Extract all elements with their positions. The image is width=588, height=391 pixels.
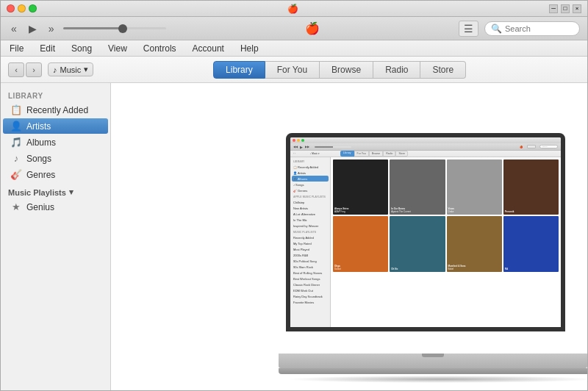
menu-account[interactable]: Account (190, 42, 227, 55)
win-minimize-btn[interactable]: ─ (549, 4, 558, 13)
macbook-screen: ◀◀ ▶ ▶▶ 🍎 Search ‹ › ♪ (286, 133, 565, 331)
window-controls (7, 4, 37, 12)
artists-label: Artists (26, 121, 51, 132)
menu-view[interactable]: View (105, 42, 130, 55)
fastforward-button[interactable]: » (46, 21, 57, 36)
forward-button[interactable]: › (26, 62, 42, 77)
macbook-base (279, 354, 587, 368)
macbook-screen-inner: ◀◀ ▶ ▶▶ 🍎 Search ‹ › ♪ (290, 137, 561, 327)
search-icon: 🔍 (491, 24, 502, 34)
list-view-icon[interactable]: ☰ (459, 21, 478, 37)
mb-songs: ♪ Songs (292, 182, 329, 187)
tab-store[interactable]: Store (420, 61, 466, 79)
songs-icon: ♪ (10, 153, 22, 164)
mb-mpl11: Rainy Day Soundtrack (292, 293, 329, 299)
mb-album-1: Always Strive A$AP Ferg (333, 159, 388, 215)
mb-album-8: RA (503, 216, 559, 271)
mb-mpl3: Most Played (292, 246, 329, 252)
mb-mpl1: Recently Added (292, 234, 329, 240)
mb-sidebar: Library 📋 Recently Added 👤 Artists 🎵 Alb… (290, 157, 331, 327)
content-area: ◀◀ ▶ ▶▶ 🍎 Search ‹ › ♪ (111, 83, 587, 390)
mb-albums: 🎵 Albums (292, 176, 329, 182)
win-close-btn[interactable]: × (573, 4, 581, 13)
back-button[interactable]: ‹ (8, 62, 24, 77)
mb-mpl10: EDM Work Out (292, 287, 329, 293)
rewind-button[interactable]: « (8, 21, 20, 36)
macbook-mockup: ◀◀ ▶ ▶▶ 🍎 Search ‹ › ♪ (279, 133, 587, 383)
mb-close-dot (293, 139, 295, 142)
mb-artists: 👤 Artists (292, 170, 329, 176)
menu-edit[interactable]: Edit (37, 42, 58, 55)
tab-radio[interactable]: Radio (373, 61, 420, 79)
mb-album-2: In Our Bones Against The Current (390, 159, 445, 215)
artists-icon: 👤 (10, 121, 22, 132)
mb-mpl2: My Top Rated (292, 240, 329, 246)
main-content: Library 📋 Recently Added 👤 Artists 🎵 Alb… (1, 83, 587, 390)
playlists-chevron-icon: ▾ (69, 187, 74, 197)
genres-icon: 🎸 (10, 169, 22, 180)
play-button[interactable]: ▶ (26, 21, 40, 36)
menubar: File Edit Song View Controls Account Hel… (1, 40, 587, 57)
menu-controls[interactable]: Controls (140, 42, 179, 55)
minimize-button[interactable] (18, 4, 26, 12)
recently-added-icon: 📋 (10, 104, 22, 115)
recently-added-label: Recently Added (26, 105, 88, 115)
sidebar-item-genius[interactable]: ★ Genius (3, 199, 108, 215)
close-button[interactable] (7, 4, 15, 12)
source-selector[interactable]: ♪ Music ▾ (48, 62, 93, 76)
macbook-foot (279, 368, 587, 374)
mb-titlebar (290, 137, 561, 143)
apple-logo-icon: 🍎 (287, 4, 298, 14)
mb-mpl9: Classic Rock Dinner (292, 281, 329, 287)
sidebar-item-genres[interactable]: 🎸 Genres (3, 167, 108, 182)
titlebar: 🍎 ─ □ × (1, 1, 587, 17)
playlists-section[interactable]: Music Playlists ▾ (1, 183, 110, 198)
macbook-notch (422, 354, 444, 357)
sidebar-item-recently-added[interactable]: 📋 Recently Added (3, 102, 108, 118)
mb-pl2: New Artists (292, 205, 329, 211)
genius-label: Genius (26, 202, 54, 212)
menu-song[interactable]: Song (68, 42, 95, 55)
genres-label: Genres (26, 170, 55, 180)
mb-content: Always Strive A$AP Ferg In Our Bones Aga… (331, 157, 561, 327)
progress-slider[interactable] (63, 27, 166, 29)
mb-mpl12: Favorite Movies (292, 299, 329, 305)
mb-recently-added: 📋 Recently Added (292, 164, 329, 170)
tab-library[interactable]: Library (213, 61, 265, 79)
music-note-icon: ♪ (53, 65, 57, 74)
search-input[interactable] (505, 24, 578, 33)
mb-album-5: Ohga Galant (333, 216, 388, 271)
sidebar-item-artists[interactable]: 👤 Artists (3, 118, 108, 134)
tab-for-you[interactable]: For You (265, 61, 320, 79)
mb-album-7: Mumford & Sons Babel (447, 216, 502, 271)
menu-help[interactable]: Help (237, 42, 262, 55)
window-title: 🍎 (287, 4, 298, 14)
win-max-btn[interactable]: □ (561, 4, 570, 13)
songs-label: Songs (26, 154, 51, 164)
library-section-label: Library (1, 89, 110, 101)
genius-icon: ★ (10, 201, 22, 212)
menu-file[interactable]: File (7, 42, 26, 55)
macbook-itunes-ui: ◀◀ ▶ ▶▶ 🍎 Search ‹ › ♪ (290, 137, 561, 327)
mb-album-4: Personik (503, 159, 559, 215)
nav-arrows: ‹ › (8, 62, 42, 77)
maximize-button[interactable] (29, 4, 37, 12)
itunes-window: 🍎 ─ □ × « ▶ » 🍎 ☰ 🔍 File Edit Song View … (0, 0, 588, 391)
albums-icon: 🎵 (10, 137, 22, 148)
mb-mpl8: Best Workout Songs (292, 276, 329, 281)
mb-mpl7: Best of Rolling Stones (292, 270, 329, 276)
mb-pl3: A Lot: Alternative (292, 211, 329, 217)
mb-album-grid: Always Strive A$AP Ferg In Our Bones Aga… (331, 157, 561, 274)
mb-album-6: Oh No (390, 216, 445, 271)
sidebar-item-albums[interactable]: 🎵 Albums (3, 134, 108, 150)
mb-mpl5: 90s Political Song (292, 258, 329, 264)
mb-album-3: Views Drake (447, 159, 502, 215)
source-label: Music (60, 65, 82, 74)
sidebar: Library 📋 Recently Added 👤 Artists 🎵 Alb… (1, 83, 111, 390)
search-box: 🔍 (484, 21, 580, 36)
mb-transport: ◀◀ ▶ ▶▶ 🍎 Search (290, 143, 561, 151)
albums-label: Albums (26, 137, 56, 148)
tab-browse[interactable]: Browse (320, 61, 373, 79)
sidebar-item-songs[interactable]: ♪ Songs (3, 151, 108, 166)
macbook-shadow (286, 376, 587, 383)
